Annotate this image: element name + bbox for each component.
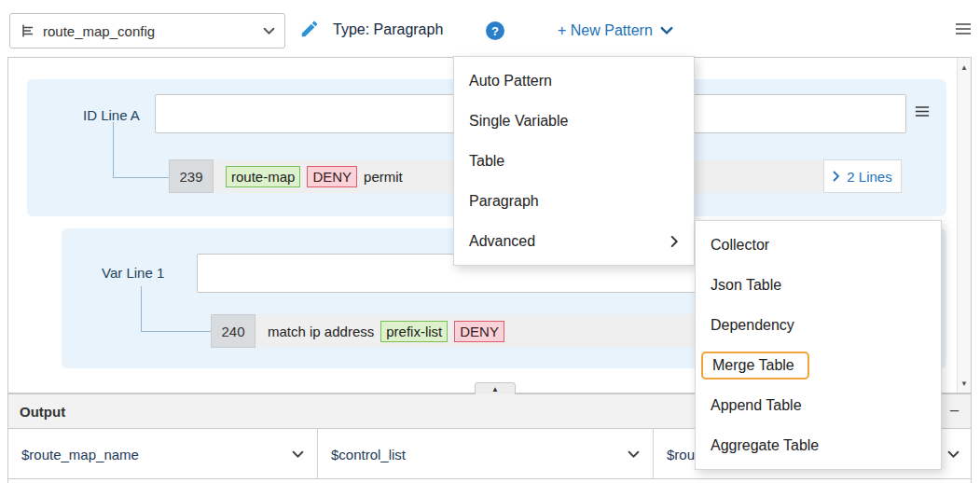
help-icon[interactable]: ?: [486, 21, 504, 40]
submenu-item-json-table[interactable]: Json Table: [696, 265, 941, 305]
menu-item-label: Aggregate Table: [711, 437, 819, 454]
line-number: 239: [169, 159, 214, 193]
minimize-icon[interactable]: −: [949, 399, 959, 423]
lines-count-label: 2 Lines: [847, 169, 891, 185]
pattern-select[interactable]: route_map_config: [9, 13, 285, 48]
menu-item-label: Collector: [711, 237, 769, 254]
tree-connector: [141, 286, 212, 332]
column-dropdown-icon[interactable]: [292, 450, 304, 459]
menu-item-label: Paragraph: [469, 193, 539, 210]
menu-item-label: Single Variable: [469, 113, 568, 130]
merge-table-highlight-box: Merge Table: [701, 352, 809, 380]
output-title: Output: [20, 404, 65, 420]
var-line-label: Var Line 1: [102, 265, 164, 281]
pattern-select-value: route_map_config: [43, 23, 255, 39]
match-token-plain: permit: [364, 169, 403, 185]
match-token-red: DENY: [307, 166, 357, 187]
toolbar: route_map_config Type: Paragraph ? + New…: [0, 0, 980, 57]
match-token-red: DENY: [454, 321, 504, 342]
menu-item-label: Table: [469, 153, 504, 170]
new-pattern-menu: Auto Pattern Single Variable Table Parag…: [453, 56, 695, 266]
menu-item-table[interactable]: Table: [454, 141, 694, 181]
column-dropdown-icon[interactable]: [628, 450, 640, 459]
pattern-type-icon: [20, 23, 35, 38]
row-menu-icon[interactable]: [915, 105, 930, 117]
match-token-green: route-map: [226, 166, 300, 187]
column-label: $route_map_name: [21, 447, 139, 462]
menu-item-label: Advanced: [469, 233, 535, 250]
output-column-control-list: $control_list: [318, 429, 654, 479]
new-pattern-label: + New Pattern: [558, 22, 653, 39]
line-number: 240: [211, 314, 255, 348]
var-line-match-row: 240 match ip address prefix-list DENY: [211, 314, 696, 348]
editor-scrollbar[interactable]: ▲ ▼: [957, 58, 971, 393]
edit-pencil-icon[interactable]: [299, 19, 320, 39]
menu-item-advanced[interactable]: Advanced: [454, 221, 694, 261]
menu-item-label: Auto Pattern: [469, 73, 552, 90]
pattern-type-label: Type: Paragraph: [333, 21, 443, 38]
chevron-down-icon: [263, 27, 275, 35]
new-pattern-button[interactable]: + New Pattern: [558, 22, 673, 39]
column-label: $rou: [667, 447, 695, 462]
column-dropdown-icon[interactable]: [947, 450, 959, 459]
id-line-label: ID Line A: [83, 107, 140, 123]
chevron-right-icon: [833, 171, 840, 182]
submenu-item-merge-table[interactable]: Merge Table: [696, 345, 941, 385]
pattern-editor-screen: route_map_config Type: Paragraph ? + New…: [0, 0, 980, 483]
submenu-item-aggregate-table[interactable]: Aggregate Table: [696, 425, 941, 465]
matched-text-strip: match ip address prefix-list DENY: [255, 314, 696, 348]
menu-item-label: Append Table: [711, 397, 802, 414]
menu-item-label: Json Table: [711, 277, 781, 294]
match-token-plain: match ip address: [268, 324, 374, 339]
menu-item-paragraph[interactable]: Paragraph: [454, 181, 694, 221]
menu-item-label: Dependency: [711, 317, 794, 334]
expand-lines-button[interactable]: 2 Lines: [823, 159, 902, 193]
submenu-item-append-table[interactable]: Append Table: [696, 385, 941, 425]
collapse-panel-icon[interactable]: ▲: [475, 382, 516, 394]
tree-connector: [113, 122, 170, 178]
scroll-up-icon[interactable]: ▲: [958, 60, 971, 75]
menu-item-auto-pattern[interactable]: Auto Pattern: [454, 61, 694, 101]
chevron-right-icon: [670, 235, 679, 248]
advanced-submenu: Collector Json Table Dependency Merge Ta…: [695, 220, 942, 470]
menu-item-label: Merge Table: [712, 357, 794, 373]
menu-item-single-variable[interactable]: Single Variable: [454, 101, 694, 141]
scroll-down-icon[interactable]: ▼: [958, 376, 971, 391]
toolbar-hamburger-icon[interactable]: [955, 22, 972, 35]
column-label: $control_list: [331, 447, 406, 462]
output-column-route-map-name: $route_map_name: [8, 429, 318, 479]
match-token-green: prefix-list: [380, 321, 448, 342]
submenu-item-dependency[interactable]: Dependency: [696, 305, 941, 345]
submenu-item-collector[interactable]: Collector: [696, 225, 941, 265]
chevron-down-icon: [660, 26, 673, 35]
